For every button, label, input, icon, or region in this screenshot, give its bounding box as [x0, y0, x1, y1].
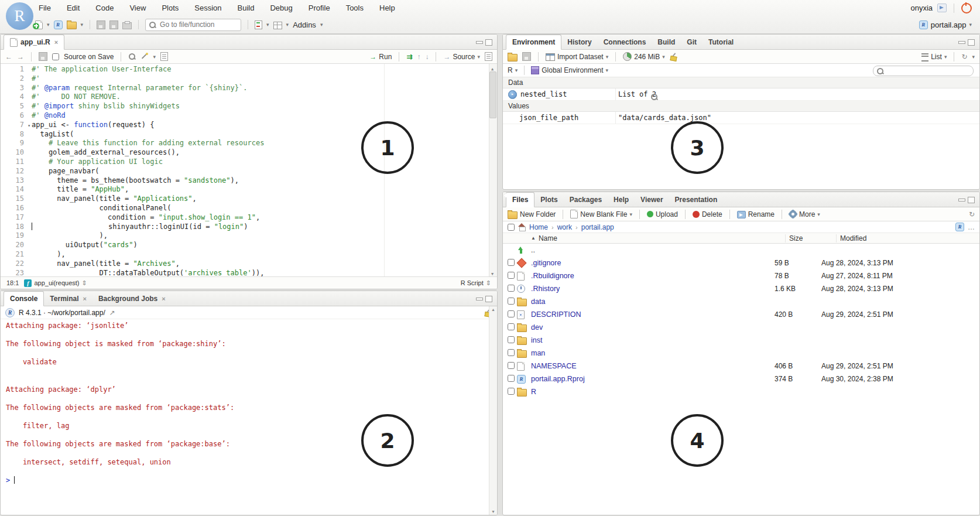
file-checkbox[interactable]	[508, 323, 515, 330]
column-name[interactable]: Name	[539, 234, 557, 242]
menu-item-file[interactable]: File	[39, 4, 51, 12]
version-control-icon[interactable]	[255, 20, 262, 29]
minimize-pane-icon[interactable]	[476, 296, 482, 301]
tab-files[interactable]: Files	[506, 192, 534, 207]
sign-out-icon[interactable]	[937, 4, 947, 12]
refresh-chevron-icon[interactable]: ▾	[972, 54, 975, 60]
scroll-down-icon[interactable]: ▼	[491, 510, 495, 514]
maximize-pane-icon[interactable]	[485, 296, 492, 302]
new-folder-button[interactable]: New Folder	[508, 210, 556, 219]
file-name[interactable]: ..	[531, 246, 771, 254]
compile-report-icon[interactable]	[160, 52, 168, 61]
tab-tutorial[interactable]: Tutorial	[703, 35, 739, 49]
document-outline-icon[interactable]	[485, 52, 492, 61]
rename-button[interactable]: Rename	[737, 210, 775, 218]
file-checkbox[interactable]	[508, 362, 515, 369]
open-recent-chevron-icon[interactable]: ▾	[81, 22, 84, 28]
power-quit-icon[interactable]	[961, 3, 972, 13]
file-name[interactable]: .Rbuildignore	[531, 272, 771, 280]
view-object-icon[interactable]	[650, 93, 658, 101]
source-on-save-checkbox[interactable]	[52, 53, 59, 60]
clear-objects-icon[interactable]	[670, 53, 678, 61]
find-replace-icon[interactable]	[128, 53, 136, 60]
file-row[interactable]: .Rbuildignore78 BAug 27, 2024, 8:11 PM	[503, 269, 979, 282]
tab-plots[interactable]: Plots	[534, 193, 563, 207]
next-chunk-icon[interactable]: ↓	[425, 53, 429, 61]
minimize-pane-icon[interactable]	[476, 39, 482, 45]
new-blank-file-button[interactable]: New Blank File▾	[570, 210, 632, 218]
tab-git[interactable]: Git	[681, 35, 703, 49]
menu-item-plots[interactable]: Plots	[162, 4, 179, 12]
file-checkbox[interactable]	[508, 388, 515, 395]
file-row[interactable]: man	[503, 347, 979, 360]
console-scrollbar[interactable]: ▲ ▼	[489, 306, 497, 515]
vcs-chevron-icon[interactable]: ▾	[266, 22, 269, 28]
list-view-button[interactable]: List ▾	[921, 52, 947, 61]
maximize-pane-icon[interactable]	[968, 39, 975, 46]
menu-item-profile[interactable]: Profile	[309, 4, 330, 12]
breadcrumb-portail-app[interactable]: portail.app	[581, 223, 614, 231]
tab-presentation[interactable]: Presentation	[669, 193, 724, 207]
new-file-icon[interactable]	[35, 20, 43, 29]
refresh-files-icon[interactable]: ↻	[969, 210, 975, 218]
tab-packages[interactable]: Packages	[564, 193, 608, 207]
import-dataset-button[interactable]: Import Dataset ▾	[546, 52, 608, 61]
source-button[interactable]: → Source ▾	[443, 53, 480, 61]
environment-search[interactable]	[873, 66, 974, 76]
scroll-up-icon[interactable]: ▲	[491, 307, 495, 312]
code-editor[interactable]: 1#' The application User-Interface2#'3#'…	[1, 64, 497, 281]
file-checkbox[interactable]	[508, 272, 515, 279]
file-name[interactable]: portail.app.Rproj	[531, 375, 771, 383]
file-row[interactable]: data	[503, 295, 979, 308]
file-name[interactable]: data	[531, 298, 771, 306]
file-checkbox[interactable]	[508, 259, 515, 266]
run-button[interactable]: → Run	[369, 53, 392, 61]
file-name[interactable]: DESCRIPTION	[531, 310, 771, 319]
tab-console[interactable]: Console	[4, 291, 44, 306]
code-tools-chevron-icon[interactable]: ▾	[153, 54, 156, 60]
scrollbar-thumb[interactable]	[489, 71, 496, 118]
fold-arrow-icon[interactable]: ▾	[28, 121, 30, 131]
tab-app-ui-r[interactable]: app_ui.R ×	[4, 35, 64, 50]
close-tab-icon[interactable]: ×	[54, 39, 58, 46]
tab-environment[interactable]: Environment	[506, 35, 561, 50]
back-icon[interactable]: ←	[5, 53, 12, 61]
tab-terminal[interactable]: Terminal×	[44, 292, 92, 306]
code-tools-icon[interactable]	[141, 53, 148, 60]
file-checkbox[interactable]	[508, 349, 515, 356]
delete-button[interactable]: Delete	[693, 210, 722, 218]
scope-selector[interactable]: f app_ui(request) ⇕	[24, 279, 87, 287]
file-row[interactable]: Rportail.app.Rproj374 BAug 30, 2024, 2:3…	[503, 373, 979, 385]
addins-button[interactable]: Addins	[293, 20, 316, 29]
addins-chevron-icon[interactable]: ▾	[320, 22, 323, 28]
file-checkbox[interactable]	[508, 375, 515, 382]
save-source-icon[interactable]	[39, 52, 47, 61]
file-name[interactable]: dev	[531, 323, 771, 332]
column-size[interactable]: Size	[785, 234, 836, 242]
menu-item-edit[interactable]: Edit	[67, 4, 80, 12]
expand-object-icon[interactable]: ▸	[508, 90, 517, 99]
memory-usage-button[interactable]: 246 MiB ▾	[623, 52, 665, 61]
minimize-pane-icon[interactable]	[958, 39, 964, 45]
upload-button[interactable]: Upload	[647, 210, 678, 218]
more-button[interactable]: More▾	[789, 210, 820, 218]
column-modified[interactable]: Modified	[836, 234, 979, 242]
breadcrumb-work[interactable]: work	[557, 223, 572, 231]
tab-background-jobs[interactable]: Background Jobs×	[92, 292, 172, 306]
menu-item-code[interactable]: Code	[95, 4, 114, 12]
file-checkbox[interactable]	[508, 285, 515, 292]
open-directory-icon[interactable]: ↗	[109, 309, 115, 317]
language-selector[interactable]: R ▾	[508, 66, 518, 74]
more-breadcrumb-icon[interactable]: …	[968, 223, 975, 231]
environment-selector[interactable]: Global Environment ▾	[531, 66, 608, 74]
file-row[interactable]: inst	[503, 334, 979, 347]
goto-file-input[interactable]	[159, 20, 231, 29]
file-checkbox[interactable]	[508, 310, 515, 317]
save-workspace-icon[interactable]	[522, 52, 531, 61]
file-name[interactable]: man	[531, 349, 771, 357]
file-row[interactable]: NAMESPACE406 BAug 29, 2024, 2:51 PM	[503, 360, 979, 373]
tab-help[interactable]: Help	[608, 193, 635, 207]
pane-layout-chevron-icon[interactable]: ▾	[286, 22, 289, 28]
pane-layout-icon[interactable]	[273, 22, 282, 29]
file-name[interactable]: R	[531, 388, 771, 396]
